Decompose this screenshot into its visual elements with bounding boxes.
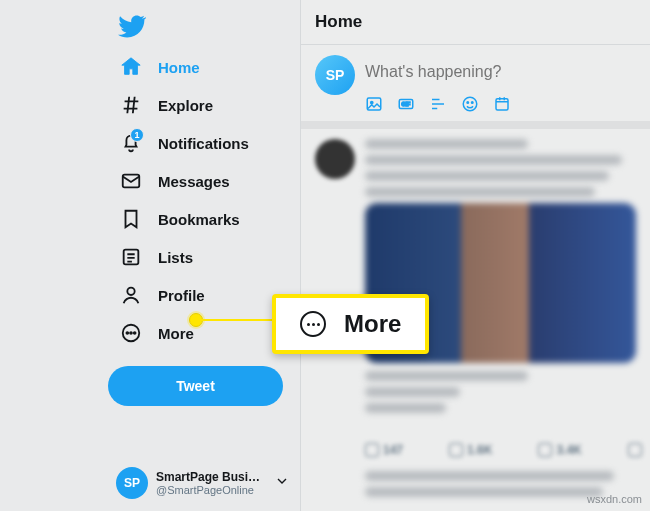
retweet-icon [449, 443, 463, 457]
reply-icon [365, 443, 379, 457]
more-icon [120, 322, 142, 344]
hash-icon [120, 94, 142, 116]
compose-input[interactable] [365, 55, 636, 95]
sidebar-item-label: Lists [158, 249, 193, 266]
svg-point-13 [472, 102, 474, 104]
reply-action[interactable]: 147 [365, 443, 403, 457]
image-icon[interactable] [365, 95, 383, 113]
svg-point-6 [134, 332, 136, 334]
watermark: wsxdn.com [587, 493, 642, 505]
like-icon [538, 443, 552, 457]
callout-label: More [344, 310, 401, 338]
mail-icon [120, 170, 142, 192]
page-title: Home [301, 0, 650, 45]
svg-point-5 [130, 332, 132, 334]
twitter-logo-icon[interactable] [118, 12, 146, 40]
profile-icon [120, 284, 142, 306]
svg-point-8 [371, 101, 373, 103]
notification-badge: 1 [130, 128, 144, 142]
sidebar-item-notifications[interactable]: 1 Notifications [108, 124, 261, 162]
sidebar-item-label: Bookmarks [158, 211, 240, 228]
list-icon [120, 246, 142, 268]
svg-rect-14 [496, 99, 508, 110]
svg-point-12 [467, 102, 469, 104]
sidebar-item-messages[interactable]: Messages [108, 162, 242, 200]
compose-body: GIF [365, 55, 636, 113]
sidebar-item-label: Profile [158, 287, 205, 304]
share-action[interactable] [628, 443, 642, 457]
compose-toolbar: GIF [365, 95, 636, 113]
app-root: Home Explore 1 Notifications Messages [0, 0, 650, 511]
avatar: SP [315, 55, 355, 95]
sidebar-item-home[interactable]: Home [108, 48, 212, 86]
sidebar-item-label: Messages [158, 173, 230, 190]
gif-icon[interactable]: GIF [397, 95, 415, 113]
avatar [315, 139, 355, 179]
tweet-button[interactable]: Tweet [108, 366, 283, 406]
sidebar-item-label: Home [158, 59, 200, 76]
main-column: Home SP GIF [300, 0, 650, 511]
schedule-icon[interactable] [493, 95, 511, 113]
avatar: SP [116, 467, 148, 499]
poll-icon[interactable] [429, 95, 447, 113]
tweet-actions: 147 1.6K 3.4K [365, 443, 636, 457]
sidebar-item-explore[interactable]: Explore [108, 86, 225, 124]
account-name: SmartPage Business... [156, 470, 266, 484]
more-icon [300, 311, 326, 337]
chevron-down-icon [274, 473, 290, 493]
sidebar-item-lists[interactable]: Lists [108, 238, 205, 276]
sidebar-item-label: Explore [158, 97, 213, 114]
account-handle: @SmartPageOnline [156, 484, 266, 496]
svg-text:GIF: GIF [402, 101, 412, 107]
home-icon [120, 56, 142, 78]
sidebar-item-label: More [158, 325, 194, 342]
svg-point-2 [127, 288, 134, 295]
callout-more: More [272, 294, 429, 354]
like-action[interactable]: 3.4K [538, 443, 581, 457]
sidebar-item-bookmarks[interactable]: Bookmarks [108, 200, 252, 238]
svg-point-11 [463, 97, 477, 111]
emoji-icon[interactable] [461, 95, 479, 113]
sidebar-item-profile[interactable]: Profile [108, 276, 217, 314]
bookmark-icon [120, 208, 142, 230]
account-info: SmartPage Business... @SmartPageOnline [156, 470, 266, 496]
share-icon [628, 443, 642, 457]
retweet-action[interactable]: 1.6K [449, 443, 492, 457]
compose-box: SP GIF [301, 45, 650, 129]
sidebar: Home Explore 1 Notifications Messages [0, 0, 300, 511]
svg-point-4 [126, 332, 128, 334]
account-switcher[interactable]: SP SmartPage Business... @SmartPageOnlin… [108, 461, 298, 505]
highlight-connector [198, 319, 273, 321]
sidebar-item-label: Notifications [158, 135, 249, 152]
